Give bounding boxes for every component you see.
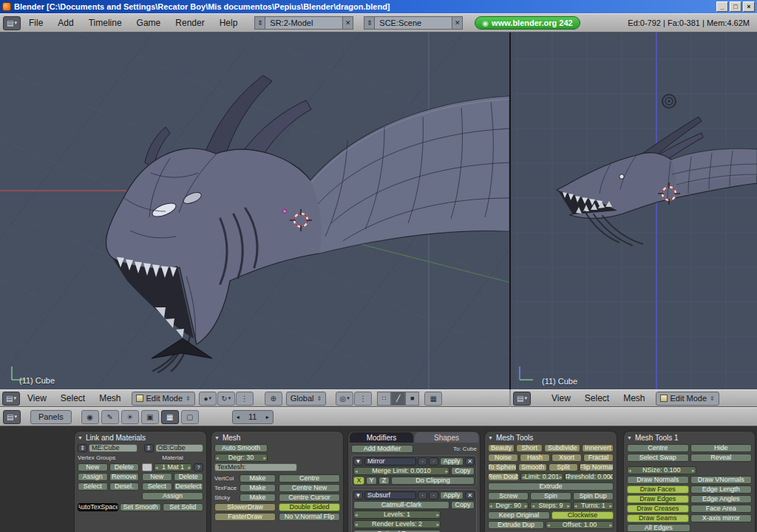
mirror-render-toggle[interactable]: ·	[418, 457, 427, 466]
ob-browse-button[interactable]: ⇕	[144, 444, 154, 452]
me-browse-button[interactable]: ⇕	[78, 444, 87, 452]
vp-r-menu-view[interactable]: View	[545, 393, 577, 403]
occlude-geometry-button[interactable]: ▦	[424, 392, 442, 406]
viewport-editor-type-button[interactable]: ▤ ▾	[2, 392, 20, 406]
noise-button[interactable]: Noise	[488, 454, 518, 462]
sticky-make-button[interactable]: Make	[240, 494, 276, 502]
subsurf-levels-field[interactable]: Levels: 1	[353, 511, 441, 519]
script-context-button[interactable]: ✎	[101, 410, 119, 424]
auto-smooth-toggle[interactable]: Auto Smooth	[214, 444, 268, 452]
select-swap-button[interactable]: Select Swap	[627, 454, 689, 462]
scene-delete-button[interactable]: ✕	[452, 16, 463, 30]
material-new-button[interactable]: New	[142, 473, 172, 481]
clockwise-toggle[interactable]: Clockwise	[551, 511, 614, 519]
set-solid-button[interactable]: Set Solid	[163, 503, 203, 511]
face-select-button[interactable]: ■	[405, 392, 419, 406]
texmesh-field[interactable]: TexMesh:	[214, 463, 297, 471]
blender-org-version-badge[interactable]: ◉ www.blender.org 242	[475, 16, 580, 30]
vgroup-deselect-button[interactable]: Desel.	[109, 482, 140, 491]
vp-menu-mesh[interactable]: Mesh	[92, 393, 127, 403]
material-query-button[interactable]: ?	[194, 463, 203, 471]
editing-context-button[interactable]: ▦	[161, 410, 179, 424]
vgroup-delete-button[interactable]: Delete	[109, 463, 140, 471]
vertex-select-button[interactable]: ∷	[377, 392, 391, 406]
viewport-3d-left[interactable]: (11) Cube	[0, 33, 509, 389]
subsurf-delete-button[interactable]: ✕	[465, 491, 475, 499]
add-modifier-button[interactable]: Add Modifier	[351, 445, 413, 453]
rotation-pivot-button[interactable]: ↻▾	[217, 392, 235, 406]
titlebar[interactable]: Blender [C:\Documents and Settings\Recat…	[0, 0, 757, 13]
slowerdraw-button[interactable]: SlowerDraw	[214, 503, 276, 511]
mirror-collapse-icon[interactable]: ▼	[353, 457, 363, 466]
mode-dropdown-right[interactable]: Edit Mode ⇕	[656, 392, 719, 406]
screen-name-field[interactable]: SR:2-Model	[265, 16, 342, 30]
vgroup-assign-button[interactable]: Assign	[78, 473, 108, 481]
centre-button[interactable]: Centre	[279, 474, 340, 482]
screw-button[interactable]: Screw	[488, 492, 529, 500]
material-select-button[interactable]: Select	[142, 482, 172, 491]
tab-shapes[interactable]: Shapes	[415, 432, 478, 443]
mode-dropdown[interactable]: Edit Mode ⇕	[132, 392, 195, 406]
face-area-toggle[interactable]: Face Area	[690, 505, 753, 513]
viewport-divider[interactable]	[509, 33, 511, 389]
minimize-button[interactable]: _	[716, 1, 728, 12]
x-axis-mirror-toggle[interactable]: X-axis mirror	[690, 514, 753, 522]
subdivision-type-dropdown[interactable]: Catmull-Clark	[353, 501, 449, 509]
vp-r-menu-mesh[interactable]: Mesh	[617, 393, 651, 403]
all-edges-toggle[interactable]: All Edges	[627, 524, 690, 532]
mirror-copy-button[interactable]: Copy	[451, 467, 475, 475]
mirror-apply-button[interactable]: Apply	[440, 457, 464, 466]
buttons-editor-type-button[interactable]: ▤ ▾	[3, 410, 21, 424]
reveal-button[interactable]: Reveal	[690, 454, 753, 462]
frame-number[interactable]: 11	[243, 412, 262, 421]
menu-add[interactable]: Add	[51, 18, 80, 28]
innervert-dropdown[interactable]: Innervert	[582, 444, 614, 452]
panel-header[interactable]: ▼ Mesh Tools	[488, 433, 614, 443]
rem-doubles-button[interactable]: Rem Doub	[488, 473, 519, 481]
viewport-3d-right[interactable]: (11) Cube	[511, 33, 757, 389]
vp-menu-select[interactable]: Select	[54, 393, 92, 403]
material-slot-field[interactable]: 1 Mat 1	[154, 463, 192, 471]
panel-header[interactable]: ▼ Mesh Tools 1	[627, 433, 752, 443]
draw-faces-toggle[interactable]: Draw Faces	[627, 485, 689, 494]
material-color-swatch[interactable]	[142, 463, 152, 471]
close-button[interactable]: ×	[743, 1, 755, 12]
menu-help[interactable]: Help	[213, 18, 245, 28]
subsurf-render-toggle[interactable]: ·	[418, 491, 427, 499]
beauty-toggle[interactable]: Beauty	[488, 444, 515, 452]
xsort-button[interactable]: Xsort	[551, 454, 582, 462]
subsurf-apply-button[interactable]: Apply	[440, 491, 464, 499]
transform-orientation-dropdown[interactable]: Global ⇕	[286, 392, 327, 406]
mirror-merge-limit-field[interactable]: Merge Limit: 0.0010	[353, 467, 449, 475]
mirror-view-toggle[interactable]: ·	[429, 457, 438, 466]
mirror-name-field[interactable]: Mirror	[364, 457, 416, 466]
panel-header[interactable]: ▼ Link and Materials	[78, 433, 203, 443]
split-button[interactable]: Split	[549, 463, 577, 471]
smooth-button[interactable]: Smooth	[518, 463, 547, 471]
subsurf-render-levels-field[interactable]: Render Levels: 2	[353, 520, 441, 528]
draw-edges-toggle[interactable]: Draw Edges	[627, 495, 689, 503]
subdivide-button[interactable]: Subdivide	[544, 444, 580, 452]
edge-angles-toggle[interactable]: Edge Angles	[690, 495, 753, 503]
scene-browse-button[interactable]: ⇕	[364, 16, 375, 30]
subsurf-copy-button[interactable]: Copy	[451, 501, 475, 509]
mirror-axis-y-toggle[interactable]: Y	[366, 477, 377, 485]
buttons-window[interactable]: ▼ Link and Materials ⇕ ME:Cube ⇕ OB:Cube…	[0, 426, 757, 532]
limit-field[interactable]: Limit: 0.201	[520, 473, 563, 481]
draw-vnormals-toggle[interactable]: Draw VNormals	[690, 476, 753, 484]
nsize-field[interactable]: NSize: 0.100	[627, 466, 696, 474]
short-toggle[interactable]: Short	[516, 444, 543, 452]
material-delete-button[interactable]: Delete	[174, 473, 204, 481]
fractal-button[interactable]: Fractal	[583, 454, 614, 462]
subsurf-name-field[interactable]: Subsurf	[364, 491, 416, 499]
texface-make-button[interactable]: Make	[240, 484, 276, 492]
proportional-edit-button[interactable]: ◎▾	[336, 392, 353, 406]
frame-counter[interactable]: ◂ 11 ▸	[232, 410, 274, 424]
vp-r-menu-select[interactable]: Select	[578, 393, 616, 403]
mirror-do-clipping-button[interactable]: Do Clipping	[391, 477, 475, 485]
to-sphere-button[interactable]: To Sphere	[488, 463, 517, 471]
spin-dup-button[interactable]: Spin Dup	[573, 492, 614, 500]
centre-button-tools[interactable]: Centre	[627, 444, 689, 452]
hash-button[interactable]: Hash	[520, 454, 550, 462]
draw-normals-toggle[interactable]: Draw Normals	[627, 476, 689, 484]
